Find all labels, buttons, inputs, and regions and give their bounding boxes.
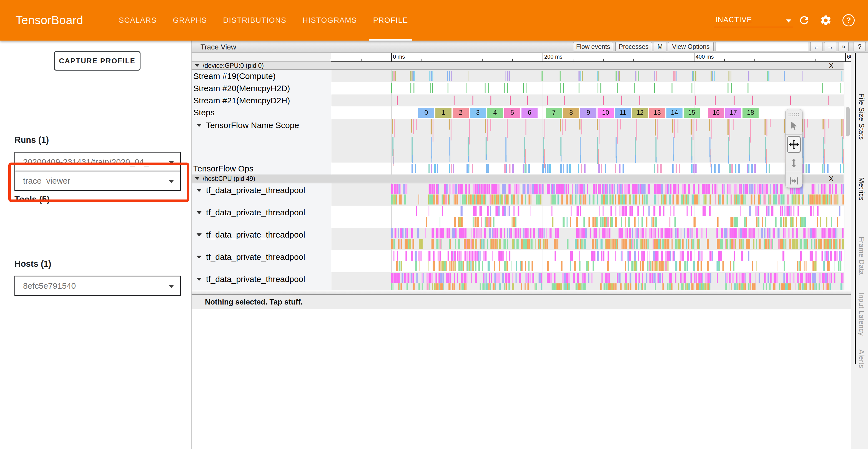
track-row-label-s21: Stream #21(MemcpyD2H) (193, 94, 290, 107)
track-row-label-namescope[interactable]: TensorFlow Name Scope (196, 119, 299, 132)
track-row-label-tp2[interactable]: tf_data_private_threadpool (196, 228, 305, 242)
refresh-icon[interactable] (798, 14, 810, 26)
runs-select[interactable]: 20200409-231431/train/2020_04_… (14, 152, 181, 172)
tab-graphs[interactable]: GRAPHS (165, 0, 215, 40)
tab-profile[interactable]: PROFILE (365, 0, 416, 40)
ruler-minor-tick (785, 59, 785, 61)
tools-select[interactable]: trace_viewer (14, 171, 181, 191)
trace-toolbar: Trace View Flow eventsProcessesMView Opt… (192, 40, 868, 53)
selection-info-bar: Nothing selected. Tap stuff. (192, 295, 851, 309)
analysis-splitter-bar[interactable] (192, 290, 851, 295)
hosts-label: Hosts (1) (14, 259, 51, 269)
trace-vertical-scrollbar[interactable] (844, 62, 851, 290)
pan-tool-button[interactable] (787, 136, 801, 153)
chevron-down-icon (168, 180, 174, 183)
triangle-down-icon (196, 189, 202, 192)
process-section-header[interactable]: /device:GPU:0 (pid 0)X (192, 62, 843, 70)
ruler-minor-tick (331, 59, 331, 61)
ruler-major-tick (694, 53, 694, 62)
track-row-label-text: Stream #20(MemcpyH2D) (193, 84, 290, 93)
trace-tool-palette (785, 109, 803, 188)
track-row-label-text: TensorFlow Ops (193, 164, 253, 173)
tab-distributions[interactable]: DISTRIBUTIONS (215, 0, 294, 40)
ruler-minor-tick (573, 59, 574, 61)
tab-scalars[interactable]: SCALARS (111, 0, 165, 40)
cursor-icon (788, 121, 799, 131)
side-tab-input-latency[interactable]: Input Latency (858, 292, 866, 336)
sidebar: CAPTURE PROFILE Runs (1) 20200409-231431… (0, 40, 192, 449)
status-dropdown[interactable]: INACTIVE (714, 14, 793, 27)
track-row-label-s19: Stream #19(Compute) (193, 70, 276, 82)
triangle-down-icon (195, 177, 199, 180)
ruler-tick-label: 400 ms (695, 54, 714, 60)
track-row-label-steps: Steps (193, 107, 215, 119)
more-button[interactable]: » (839, 42, 848, 51)
ruler-minor-tick (754, 59, 755, 61)
help-icon[interactable]: ? (842, 14, 855, 26)
trace-help-button[interactable]: ? (854, 42, 866, 51)
hosts-select-value: 8efc5e791540 (23, 281, 76, 291)
forward-arrow-button[interactable]: → (824, 42, 836, 51)
track-row-label-text: Stream #21(MemcpyD2H) (193, 96, 290, 105)
track-row-label-tp3[interactable]: tf_data_private_threadpool (196, 250, 305, 264)
track-row-label-text: tf_data_private_threadpool (206, 208, 305, 217)
tab-histograms[interactable]: HISTOGRAMS (294, 0, 365, 40)
ruler-major-tick (391, 53, 392, 62)
ruler-minor-tick (482, 59, 483, 61)
tab-strip-divider (855, 53, 856, 364)
processes-button[interactable]: Processes (615, 42, 652, 51)
section-close-button[interactable]: X (829, 62, 834, 70)
track-row-label-text: TensorFlow Name Scope (206, 121, 299, 130)
side-tab-frame-data[interactable]: Frame Data (858, 237, 866, 275)
runs-select-value: 20200409-231431/train/2020_04_… (23, 157, 157, 167)
ruler-major-tick (845, 53, 846, 62)
process-section-title: /device:GPU:0 (pid 0) (203, 62, 264, 69)
app-header: TensorBoard SCALARSGRAPHSDISTRIBUTIONSHI… (0, 0, 868, 40)
palette-drag-grip[interactable] (788, 111, 800, 117)
track-row-label-tp4[interactable]: tf_data_private_threadpool (196, 272, 305, 286)
timing-tool-button[interactable] (785, 172, 802, 190)
ruler-left-spacer (192, 53, 331, 62)
back-arrow-button[interactable]: ← (810, 42, 823, 51)
zoom-tool-button[interactable] (785, 154, 802, 172)
capture-profile-button[interactable]: CAPTURE PROFILE (54, 51, 141, 70)
track-row-label-tp0[interactable]: tf_data_private_threadpool (196, 183, 305, 197)
track-row-label-text: tf_data_private_threadpool (206, 252, 305, 262)
section-close-button[interactable]: X (829, 175, 834, 183)
triangle-down-icon (196, 278, 202, 281)
runs-label: Runs (1) (14, 135, 49, 145)
triangle-down-icon (196, 256, 202, 259)
side-tab-metrics[interactable]: Metrics (858, 177, 866, 201)
ruler-minor-tick (815, 59, 815, 61)
scrollbar-thumb[interactable] (846, 107, 850, 137)
vertical-arrows-icon (788, 158, 799, 169)
track-row-label-s20: Stream #20(MemcpyH2D) (193, 82, 290, 94)
process-section-header[interactable]: /host:CPU (pid 49)X (192, 175, 843, 183)
analysis-panel (192, 309, 851, 449)
hosts-select[interactable]: 8efc5e791540 (14, 276, 181, 296)
view-options-button[interactable]: View Options (668, 42, 714, 51)
ruler-minor-tick (633, 59, 634, 61)
triangle-down-icon (196, 124, 202, 127)
selection-tool-button[interactable] (785, 117, 802, 135)
track-row-label-text: tf_data_private_threadpool (206, 274, 305, 284)
trace-view-title: Trace View (200, 43, 236, 51)
triangle-down-icon (196, 233, 202, 236)
analysis-tab-strip: File Size StatsMetricsFrame DataInput La… (851, 53, 868, 449)
trace-viewer: Trace View Flow eventsProcessesMView Opt… (192, 40, 868, 449)
flow-events-button[interactable]: Flow events (573, 42, 613, 51)
chevron-down-icon (168, 161, 174, 164)
ruler-minor-tick (663, 59, 664, 61)
side-tab-file-size-stats[interactable]: File Size Stats (858, 93, 866, 140)
ruler-tick-label: 200 ms (544, 54, 563, 60)
process-section-title: /host:CPU (pid 49) (203, 175, 255, 183)
trace-search-input[interactable] (716, 42, 809, 51)
horizontal-span-icon (788, 176, 799, 186)
side-tab-alerts[interactable]: Alerts (858, 350, 866, 368)
timeline-ruler: 0 ms200 ms400 ms600 (192, 53, 868, 62)
ruler-tick-label: 0 ms (393, 54, 405, 60)
m-button[interactable]: M (654, 42, 666, 51)
tensorboard-logo: TensorBoard (16, 0, 83, 40)
gear-icon[interactable] (820, 14, 832, 26)
track-row-label-tp1[interactable]: tf_data_private_threadpool (196, 206, 305, 219)
